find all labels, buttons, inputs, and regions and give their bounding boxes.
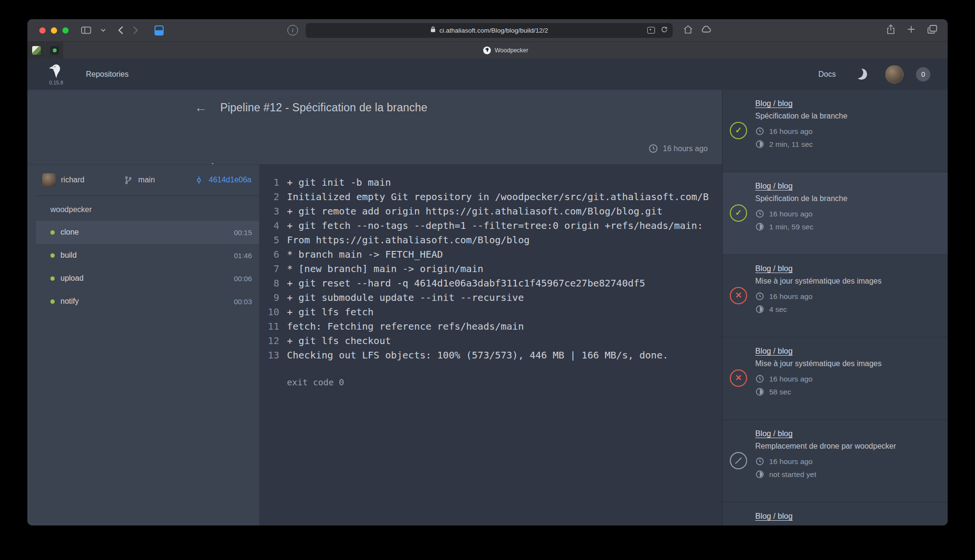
commit-meta-row: richard main 4614d1e06a bbox=[36, 165, 259, 196]
woodpecker-logo[interactable]: 0.15.8 bbox=[48, 63, 64, 85]
tab-overview-icon[interactable] bbox=[927, 25, 937, 36]
log-line-number: 1 bbox=[259, 175, 279, 190]
step-duration: 00:06 bbox=[234, 274, 252, 283]
app-version: 0.15.8 bbox=[49, 80, 63, 85]
author-name: richard bbox=[61, 176, 84, 184]
clock-icon bbox=[755, 457, 764, 466]
back-icon[interactable] bbox=[118, 26, 123, 35]
build-time-row: 16 hours ago bbox=[755, 292, 881, 301]
build-list-item[interactable]: Blog / blog Remplacement de drone par wo… bbox=[723, 420, 948, 502]
clock-icon bbox=[755, 209, 764, 218]
back-arrow-icon[interactable]: ← bbox=[194, 101, 207, 114]
log-line: 4 + git fetch --no-tags --depth=1 --filt… bbox=[259, 218, 722, 233]
sidebar-toggle-icon[interactable] bbox=[81, 26, 91, 34]
home-icon[interactable] bbox=[683, 25, 693, 36]
user-avatar[interactable] bbox=[885, 65, 904, 83]
build-list-item[interactable]: Blog / blog Remplacement de drone par wo… bbox=[723, 502, 948, 525]
commit-group[interactable]: 4614d1e06a bbox=[194, 176, 251, 185]
build-duration-row: not started yet bbox=[755, 470, 896, 479]
dark-mode-toggle-icon[interactable] bbox=[855, 67, 868, 81]
log-line-number: 12 bbox=[259, 334, 279, 348]
pipeline-tab[interactable] bbox=[212, 155, 214, 164]
reader-page-icon[interactable] bbox=[155, 25, 164, 36]
close-window-button[interactable] bbox=[39, 27, 46, 34]
builds-sidebar: Blog / blog Spécification de la branche … bbox=[722, 90, 948, 525]
build-time-row: 16 hours ago bbox=[755, 209, 847, 218]
address-bar[interactable]: ci.athaliasoft.com/Blog/blog/build/12/2 bbox=[306, 23, 673, 38]
build-status-icon bbox=[730, 287, 747, 304]
build-status-icon bbox=[730, 204, 747, 222]
step-name: build bbox=[60, 251, 228, 260]
pipeline-title: Pipeline #12 - Spécification de la branc… bbox=[220, 101, 428, 114]
commit-hash-link[interactable]: 4614d1e06a bbox=[209, 176, 251, 184]
log-line-text: + git lfs fetch bbox=[287, 305, 374, 319]
new-tab-icon[interactable] bbox=[907, 25, 915, 35]
build-status bbox=[730, 452, 747, 469]
notification-badge[interactable]: 0 bbox=[916, 67, 930, 82]
step-name: notify bbox=[60, 297, 228, 306]
build-time-text: 16 hours ago bbox=[769, 457, 813, 466]
branch-icon bbox=[124, 176, 133, 185]
minimize-window-button[interactable] bbox=[51, 27, 57, 34]
clock-icon bbox=[755, 292, 764, 301]
log-line: 10 + git lfs fetch bbox=[259, 305, 722, 319]
build-duration-text: 2 min, 11 sec bbox=[769, 140, 813, 149]
log-line-text: + git init -b main bbox=[287, 175, 391, 190]
cloud-icon[interactable] bbox=[701, 25, 712, 35]
build-message: Spécification de la branche bbox=[755, 112, 847, 120]
log-line-number: 9 bbox=[259, 290, 279, 305]
log-line-text: + git reset --hard -q 4614d1e06a3dabf311… bbox=[287, 276, 645, 290]
workflow-name[interactable]: woodpecker bbox=[36, 196, 259, 221]
forward-icon[interactable] bbox=[133, 26, 138, 35]
pinned-tab-1[interactable] bbox=[27, 42, 46, 59]
build-time-row: 16 hours ago bbox=[755, 127, 847, 136]
pipeline-tab[interactable] bbox=[279, 155, 281, 164]
log-panel[interactable]: 1 + git init -b main 2 Initialized empty… bbox=[259, 165, 722, 525]
nav-repositories-link[interactable]: Repositories bbox=[86, 70, 129, 79]
step-status-dot bbox=[50, 230, 55, 235]
chevron-down-icon[interactable] bbox=[101, 29, 106, 32]
log-line-number: 4 bbox=[259, 218, 279, 233]
active-tab[interactable]: Woodpecker bbox=[64, 42, 948, 59]
log-line-number: 5 bbox=[259, 233, 279, 247]
build-message: Spécification de la branche bbox=[755, 194, 847, 203]
workflow-step[interactable]: clone 00:15 bbox=[36, 221, 259, 244]
build-message: Remplacement de drone par woodpecker bbox=[755, 524, 896, 525]
workflow-step[interactable]: upload 00:06 bbox=[36, 267, 259, 290]
step-status-dot bbox=[50, 276, 55, 281]
privacy-report-icon[interactable]: i bbox=[287, 25, 298, 36]
app-navbar: 0.15.8 Repositories Docs 0 bbox=[27, 59, 948, 90]
share-icon[interactable] bbox=[887, 24, 895, 36]
workflow-step[interactable]: build 01:46 bbox=[36, 244, 259, 267]
build-list-item[interactable]: Blog / blog Spécification de la branche … bbox=[723, 90, 948, 172]
pinned-tab-2[interactable] bbox=[46, 42, 64, 59]
nav-docs-link[interactable]: Docs bbox=[819, 70, 836, 79]
build-list-item[interactable]: Blog / blog Mise à jour systématique des… bbox=[723, 255, 948, 337]
build-repo-link[interactable]: Blog / blog bbox=[755, 181, 793, 191]
build-repo-link[interactable]: Blog / blog bbox=[755, 99, 793, 108]
build-list-item[interactable]: Blog / blog Spécification de la branche … bbox=[723, 172, 948, 255]
build-time-text: 16 hours ago bbox=[769, 210, 813, 218]
zoom-window-button[interactable] bbox=[62, 27, 69, 34]
build-duration-row: 2 min, 11 sec bbox=[755, 140, 847, 149]
step-duration: 01:46 bbox=[234, 251, 252, 260]
log-line-number: 11 bbox=[259, 319, 279, 334]
workflow-step[interactable]: notify 00:03 bbox=[36, 290, 259, 313]
log-line: 9 + git submodule update --init --recurs… bbox=[259, 290, 722, 305]
app-content: ← Pipeline #12 - Spécification de la bra… bbox=[27, 90, 948, 525]
duration-icon bbox=[755, 470, 764, 479]
build-repo-link[interactable]: Blog / blog bbox=[755, 512, 793, 521]
duration-icon bbox=[755, 222, 764, 231]
log-line-text: From https://git.athaliasoft.com/Blog/bl… bbox=[287, 233, 530, 247]
build-repo-link[interactable]: Blog / blog bbox=[755, 346, 793, 356]
page-settings-icon[interactable] bbox=[647, 27, 655, 34]
exit-code: exit code 0 bbox=[259, 375, 722, 390]
build-list-item[interactable]: Blog / blog Mise à jour systématique des… bbox=[723, 337, 948, 420]
build-duration-text: 1 min, 59 sec bbox=[769, 223, 813, 231]
build-repo-link[interactable]: Blog / blog bbox=[755, 264, 793, 273]
browser-window: i ci.athaliasoft.com/Blog/blog/build/12/… bbox=[27, 19, 948, 525]
reload-icon[interactable] bbox=[661, 26, 668, 35]
build-repo-link[interactable]: Blog / blog bbox=[755, 429, 793, 438]
url-text: ci.athaliasoft.com/Blog/blog/build/12/2 bbox=[440, 27, 548, 34]
pipeline-tab[interactable] bbox=[245, 155, 247, 164]
